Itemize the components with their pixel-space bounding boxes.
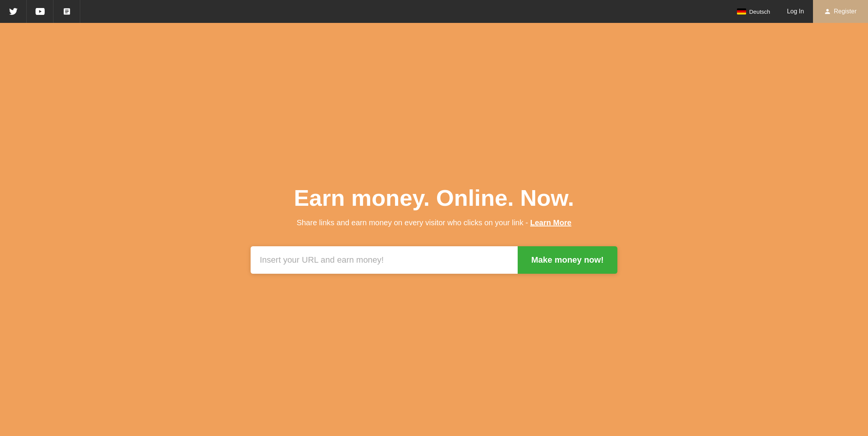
navbar-right: Deutsch Log In Register — [729, 0, 868, 23]
hero-subtitle: Share links and earn money on every visi… — [296, 218, 571, 227]
learn-more-link[interactable]: Learn More — [530, 218, 572, 227]
register-label: Register — [834, 8, 857, 15]
navbar: Deutsch Log In Register — [0, 0, 868, 23]
url-form: Make money now! — [251, 246, 617, 274]
news-nav-button[interactable] — [53, 0, 80, 23]
youtube-icon — [36, 8, 45, 15]
language-selector[interactable]: Deutsch — [729, 8, 778, 15]
hero-title: Earn money. Online. Now. — [294, 186, 574, 211]
make-money-button[interactable]: Make money now! — [518, 246, 617, 274]
user-icon — [824, 8, 831, 15]
hero-section: Earn money. Online. Now. Share links and… — [0, 23, 868, 436]
twitter-nav-button[interactable] — [0, 0, 27, 23]
german-flag-icon — [737, 8, 746, 15]
language-label: Deutsch — [749, 8, 770, 15]
twitter-icon — [9, 7, 18, 16]
url-input[interactable] — [251, 246, 518, 274]
login-button[interactable]: Log In — [778, 0, 813, 23]
news-icon — [63, 7, 71, 16]
hero-subtitle-text: Share links and earn money on every visi… — [296, 218, 530, 227]
register-button[interactable]: Register — [813, 0, 868, 23]
navbar-left — [0, 0, 80, 23]
youtube-nav-button[interactable] — [27, 0, 53, 23]
